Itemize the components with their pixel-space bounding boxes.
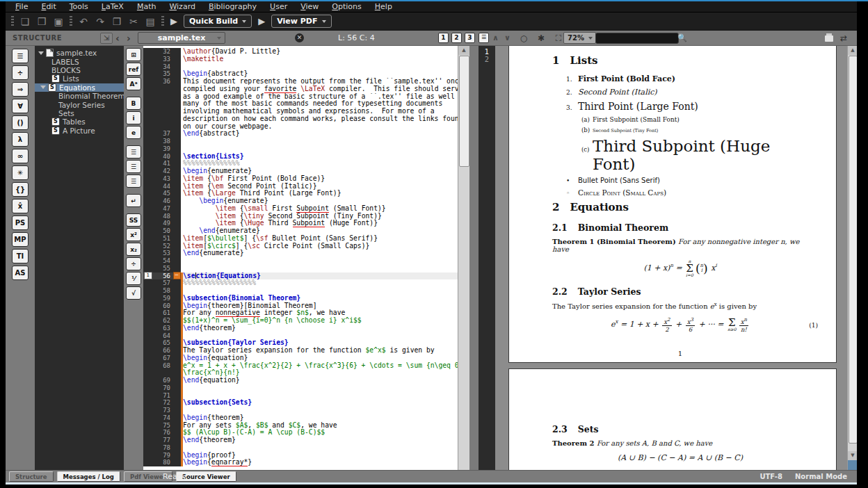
asymptote-icon[interactable]: AS <box>12 266 29 280</box>
gutter-bookmark-cell[interactable] <box>143 459 152 466</box>
menu-item-help[interactable]: Help <box>375 1 392 13</box>
pdf-scrollbar-thumb[interactable] <box>849 56 857 444</box>
gutter-fold-cell[interactable] <box>172 384 181 392</box>
gutter-bookmark-cell[interactable] <box>143 213 152 220</box>
next-document-icon[interactable]: › <box>127 33 131 44</box>
pdf-scrollbar[interactable]: ▲ ▼ <box>847 46 857 470</box>
gutter-fold-cell[interactable] <box>172 429 181 437</box>
gutter-fold-cell[interactable] <box>172 190 181 197</box>
emph-icon[interactable]: e <box>126 126 141 139</box>
pdf-previous-page-icon[interactable]: ∧ <box>492 33 499 42</box>
gutter-bookmark-cell[interactable] <box>143 78 152 86</box>
gutter-fold-cell[interactable] <box>172 220 181 227</box>
gutter-bookmark-cell[interactable] <box>143 369 152 377</box>
bookmark-button-2[interactable]: 2 <box>451 33 462 43</box>
gutter-fold-cell[interactable] <box>172 302 181 310</box>
gutter-fold-cell[interactable] <box>172 377 181 384</box>
sqrt-icon[interactable]: √ <box>126 286 141 300</box>
quick-build-combo[interactable]: Quick Build <box>184 15 252 28</box>
delimiters-icon[interactable]: () <box>12 115 29 130</box>
gutter-fold-cell[interactable] <box>172 93 181 101</box>
gutter-fold-cell[interactable] <box>172 205 181 213</box>
structure-item-equations[interactable]: SEquations <box>35 83 124 92</box>
italic-icon[interactable]: i <box>126 111 141 124</box>
gutter-bookmark-cell[interactable] <box>143 56 152 63</box>
fold-collapse-icon[interactable]: – <box>173 272 181 279</box>
tikz-icon[interactable]: TI <box>12 249 29 263</box>
menu-item-bibliography[interactable]: Bibliography <box>209 1 257 13</box>
gutter-bookmark-cell[interactable] <box>143 197 152 205</box>
tree-expand-icon[interactable] <box>38 51 44 55</box>
structure-tab-icon[interactable]: ☰ <box>12 49 29 63</box>
gutter-fold-cell[interactable] <box>172 108 181 115</box>
menu-item-user[interactable]: User <box>270 1 287 13</box>
paste-icon[interactable]: ▤ <box>142 15 159 29</box>
ref-icon[interactable]: ref <box>126 63 141 76</box>
gutter-fold-cell[interactable] <box>172 160 181 168</box>
gutter-fold-cell[interactable] <box>172 287 181 295</box>
gutter-fold-cell[interactable] <box>172 123 181 131</box>
gutter-fold-cell[interactable] <box>172 243 181 250</box>
gutter-fold-cell[interactable] <box>172 279 181 287</box>
gutter-fold-cell[interactable] <box>172 362 181 370</box>
bold-icon[interactable]: B <box>126 97 141 110</box>
gutter-bookmark-cell[interactable] <box>143 407 152 414</box>
subscript-icon[interactable]: x₂ <box>126 243 141 256</box>
align-left-icon[interactable]: ☰ <box>126 145 141 158</box>
gutter-fold-cell[interactable] <box>172 183 181 190</box>
close-document-icon[interactable]: ✕ <box>295 33 304 42</box>
gutter-fold-cell[interactable] <box>172 153 181 161</box>
gutter-bookmark-cell[interactable] <box>143 153 152 161</box>
pdf-page-number-1[interactable]: 1 <box>479 48 495 56</box>
brackets-icon[interactable]: {} <box>12 182 29 197</box>
gutter-fold-cell[interactable] <box>172 444 181 452</box>
gutter-bookmark-cell[interactable] <box>143 130 152 138</box>
view-pdf-combo[interactable]: View PDF <box>271 15 331 28</box>
menu-item-wizard[interactable]: Wizard <box>169 1 195 13</box>
gutter-fold-cell[interactable] <box>172 48 181 56</box>
gutter-bookmark-cell[interactable] <box>143 100 152 108</box>
external-viewer-icon[interactable]: ⇄ <box>840 33 847 43</box>
sans-serif-icon[interactable]: SS <box>126 213 141 227</box>
gutter-bookmark-cell[interactable] <box>143 168 152 175</box>
gutter-fold-cell[interactable] <box>172 339 181 347</box>
gutter-fold-cell[interactable] <box>172 257 181 265</box>
align-right-icon[interactable]: ☰ <box>126 174 141 188</box>
gutter-fold-cell[interactable] <box>172 168 181 175</box>
gutter-bookmark-cell[interactable] <box>143 422 152 430</box>
gutter-fold-cell[interactable] <box>172 309 181 317</box>
bookmark-button-1[interactable]: 1 <box>438 33 449 43</box>
structure-item-taylor-series[interactable]: Taylor Series <box>35 100 124 108</box>
dfrac-icon[interactable]: ⅟ <box>126 272 141 285</box>
gutter-fold-cell[interactable] <box>172 452 181 459</box>
gutter-fold-cell[interactable] <box>172 422 181 430</box>
gutter-fold-cell[interactable] <box>172 407 181 414</box>
pstricks-icon[interactable]: PS <box>12 215 29 230</box>
gutter-bookmark-cell[interactable] <box>143 183 152 190</box>
gutter-fold-cell[interactable] <box>172 130 181 138</box>
single-page-icon[interactable]: ○ <box>517 33 530 43</box>
save-icon[interactable]: ▣ <box>50 15 67 29</box>
scroll-down-icon[interactable]: ▼ <box>848 451 857 460</box>
print-icon[interactable] <box>825 35 833 42</box>
menu-item-tools[interactable]: Tools <box>70 1 88 13</box>
gutter-bookmark-cell[interactable] <box>143 205 152 213</box>
gutter-bookmark-cell[interactable] <box>143 86 152 93</box>
misc-symbols-icon[interactable]: ∀ <box>12 99 29 113</box>
gutter-fold-cell[interactable]: – <box>172 273 181 280</box>
metapost-icon[interactable]: MP <box>12 232 29 247</box>
gutter-fold-cell[interactable] <box>172 332 181 340</box>
gutter-fold-cell[interactable] <box>172 197 181 205</box>
gutter-bookmark-cell[interactable] <box>143 279 152 287</box>
gutter-fold-cell[interactable] <box>172 265 181 273</box>
gutter-fold-cell[interactable] <box>172 437 181 444</box>
gutter-bookmark-cell[interactable] <box>143 452 152 459</box>
gutter-bookmark-cell[interactable] <box>143 392 152 400</box>
bookmark-button-3[interactable]: 3 <box>465 33 475 43</box>
gutter-bookmark-cell[interactable] <box>143 175 152 183</box>
previous-document-icon[interactable]: ‹ <box>115 33 120 44</box>
tree-expand-icon[interactable] <box>40 86 46 89</box>
gutter-bookmark-cell[interactable] <box>143 138 152 145</box>
gutter-fold-cell[interactable] <box>172 63 181 71</box>
frac-icon[interactable]: ÷ <box>126 257 141 270</box>
